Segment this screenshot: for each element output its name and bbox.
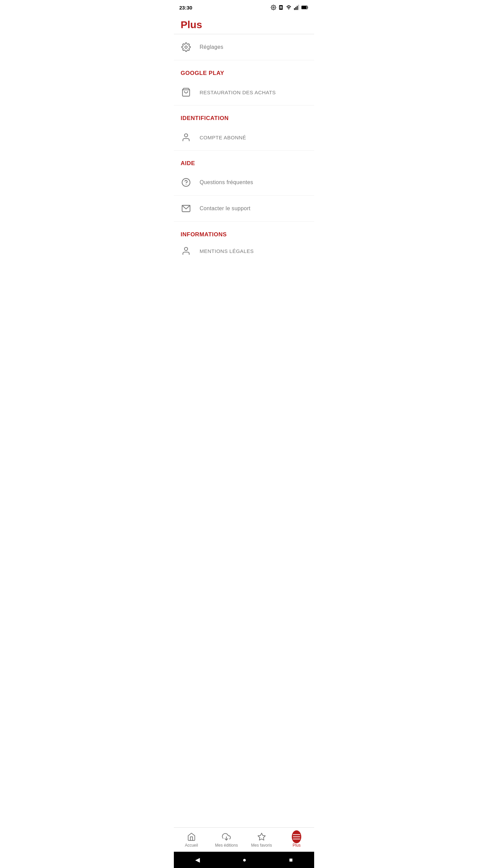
reglages-label: Réglages (200, 44, 223, 50)
signal-status-icon (294, 5, 299, 10)
nav-mes-favoris-label: Mes favoris (251, 843, 272, 848)
home-icon (187, 832, 196, 842)
section-aide: AIDE (174, 151, 314, 170)
nav-item-plus[interactable]: Plus (279, 829, 314, 850)
nav-item-mes-favoris[interactable]: Mes favoris (244, 829, 279, 850)
svg-rect-6 (296, 7, 297, 10)
section-informations: INFORMATIONS (174, 222, 314, 241)
star-icon (257, 832, 266, 842)
menu-item-support[interactable]: Contacter le support (174, 196, 314, 222)
section-identification: IDENTIFICATION (174, 105, 314, 124)
bag-icon (181, 87, 191, 98)
svg-rect-4 (280, 6, 282, 7)
system-nav-bar: ◀ ● ■ (174, 852, 314, 868)
support-label: Contacter le support (200, 205, 250, 212)
page-header: Plus (174, 14, 314, 34)
svg-point-11 (185, 46, 187, 48)
page-title: Plus (181, 19, 307, 31)
compte-label: COMPTE ABONNÉ (200, 135, 246, 140)
battery-status-icon (301, 5, 309, 10)
status-time: 23:30 (179, 5, 192, 11)
nav-mes-editions-label: Mes éditions (215, 843, 238, 848)
svg-marker-19 (258, 833, 265, 840)
menu-item-faq[interactable]: Questions fréquentes (174, 170, 314, 196)
svg-point-0 (273, 7, 274, 8)
menu-content: Réglages GOOGLE PLAY RESTAURATION DES AC… (174, 34, 314, 868)
gear-status-icon (271, 5, 276, 10)
nav-item-mes-editions[interactable]: Mes éditions (209, 829, 244, 850)
svg-rect-7 (297, 6, 298, 10)
svg-point-14 (182, 178, 190, 186)
recent-button[interactable]: ■ (289, 856, 293, 864)
svg-rect-8 (298, 5, 299, 10)
svg-rect-5 (294, 8, 295, 10)
nav-item-accueil[interactable]: Accueil (174, 829, 209, 850)
sim-status-icon (278, 5, 284, 10)
section-aide-title: AIDE (181, 160, 195, 166)
svg-point-13 (184, 134, 187, 137)
status-icons (271, 5, 309, 10)
bottom-nav: Accueil Mes éditions Mes favoris (174, 827, 314, 852)
back-button[interactable]: ◀ (195, 856, 200, 864)
menu-item-compte[interactable]: COMPTE ABONNÉ (174, 124, 314, 151)
nav-plus-label: Plus (293, 843, 301, 848)
mail-icon (181, 203, 191, 214)
section-informations-title: INFORMATIONS (181, 231, 227, 238)
person-icon (181, 132, 191, 143)
menu-item-mentions-partial[interactable]: MENTIONS LÉGALES (174, 241, 314, 261)
svg-rect-2 (280, 7, 281, 8)
status-bar: 23:30 (174, 0, 314, 14)
faq-label: Questions fréquentes (200, 179, 253, 185)
person-mentions-icon (181, 245, 191, 256)
svg-rect-10 (302, 6, 307, 9)
svg-point-17 (184, 248, 187, 251)
gear-icon (181, 42, 191, 53)
section-google-play: GOOGLE PLAY (174, 60, 314, 79)
cloud-download-icon (222, 832, 231, 842)
svg-rect-3 (281, 7, 282, 8)
mentions-label: MENTIONS LÉGALES (200, 248, 254, 254)
section-google-play-title: GOOGLE PLAY (181, 70, 224, 76)
section-identification-title: IDENTIFICATION (181, 115, 229, 121)
svg-rect-1 (279, 5, 283, 9)
nav-accueil-label: Accueil (185, 843, 198, 848)
menu-circle-icon (292, 832, 301, 842)
restauration-label: RESTAURATION DES ACHATS (200, 90, 276, 95)
question-icon (181, 177, 191, 188)
menu-item-restauration[interactable]: RESTAURATION DES ACHATS (174, 79, 314, 105)
menu-item-reglages[interactable]: Réglages (174, 34, 314, 60)
wifi-status-icon (286, 5, 292, 10)
home-button[interactable]: ● (243, 856, 246, 864)
